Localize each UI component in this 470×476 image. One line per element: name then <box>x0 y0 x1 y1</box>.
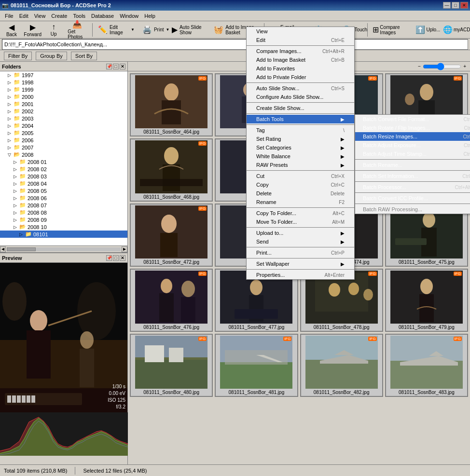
menu-view[interactable]: View <box>247 27 354 36</box>
raw-presets-arrow-icon: ▶ <box>341 163 345 168</box>
menu-properties[interactable]: Properties...Alt+Enter <box>247 271 354 279</box>
sep8 <box>247 227 354 228</box>
submenu-convert-format-label: Batch Convert File Format... <box>363 116 429 122</box>
menu-rename-shortcut: F2 <box>339 200 345 205</box>
submenu-processor-label: Batch Processor... <box>363 184 406 190</box>
batch-tools-submenu: Batch Convert File Format...Ctrl+F Batch… <box>355 114 470 214</box>
menu-configure-slide-label: Configure Auto Slide Show... <box>256 94 323 100</box>
menu-edit-shortcut: Ctrl+E <box>331 38 345 43</box>
menu-wallpaper[interactable]: Set Wallpaper▶ <box>247 259 354 268</box>
sep5 <box>247 124 354 125</box>
menu-tag-label: Tag <box>256 127 265 133</box>
menu-compare[interactable]: Compare Images...Ctrl+Alt+R <box>247 47 354 55</box>
sep3 <box>247 102 354 103</box>
menu-add-basket[interactable]: Add to Image BasketCtrl+B <box>247 55 354 64</box>
submenu-adjust-timestamp-label: Batch Adjust Time Stamp... <box>363 151 427 157</box>
menu-copy-to-shortcut: Alt+C <box>332 211 345 216</box>
menu-create-slide[interactable]: Create Slide Show... <box>247 104 354 112</box>
menu-edit[interactable]: EditCtrl+E <box>247 36 354 44</box>
submenu-icc-profile-label: Batch Convert ICC Profile... <box>363 195 428 201</box>
menu-compare-shortcut: Ctrl+Alt+R <box>322 49 345 54</box>
menu-batch-tools-label: Batch Tools <box>256 116 284 122</box>
submenu-set-info[interactable]: Batch Set Information...Ctrl+M <box>355 172 470 180</box>
submenu-adjust-exposure[interactable]: Batch Adjust Exposure...Ctrl+L <box>355 141 470 150</box>
submenu-processor[interactable]: Batch Processor...Ctrl+Alt+B <box>355 183 470 191</box>
menu-white-balance[interactable]: White Balance▶ <box>247 152 354 161</box>
menu-copy-to[interactable]: Copy To Folder...Alt+C <box>247 209 354 218</box>
submenu-set-info-shortcut: Ctrl+M <box>462 174 470 179</box>
submenu-raw-processing-label: Batch RAW Processing... <box>363 206 422 212</box>
context-menu: View EditCtrl+E Compare Images...Ctrl+Al… <box>246 27 355 280</box>
menu-cut[interactable]: CutCtrl+X <box>247 172 354 180</box>
menu-tag[interactable]: Tag\ <box>247 126 354 135</box>
batch-tools-arrow-icon: ▶ <box>341 117 345 122</box>
menu-send[interactable]: Send▶ <box>247 237 354 246</box>
menu-auto-slide-label: Auto Slide Show... <box>256 85 299 91</box>
menu-add-private[interactable]: Add to Private Folder <box>247 73 354 82</box>
submenu-rotate-flip-shortcut: Ctrl+J <box>464 125 470 131</box>
menu-delete-label: Delete <box>256 190 272 196</box>
menu-set-categories[interactable]: Set Categories▶ <box>247 143 354 152</box>
submenu-rename[interactable]: Batch Rename... <box>355 161 470 169</box>
sep1 <box>247 45 354 46</box>
context-menu-overlay: View EditCtrl+E Compare Images...Ctrl+Al… <box>0 0 470 476</box>
menu-raw-presets[interactable]: RAW Presets▶ <box>247 161 354 169</box>
set-categories-arrow-icon: ▶ <box>341 145 345 150</box>
wallpaper-arrow-icon: ▶ <box>341 261 345 267</box>
menu-add-basket-label: Add to Image Basket <box>256 57 305 63</box>
submenu-rotate-flip[interactable]: Batch Rotate / Flip Images...Ctrl+J <box>355 123 470 132</box>
menu-upload-label: Upload to... <box>256 230 283 236</box>
menu-add-basket-shortcut: Ctrl+B <box>331 57 345 63</box>
submenu-icc-profile[interactable]: Batch Convert ICC Profile... <box>355 194 470 203</box>
menu-print-shortcut: Ctrl+P <box>331 250 345 256</box>
sep2 <box>247 82 354 83</box>
white-balance-arrow-icon: ▶ <box>341 154 345 159</box>
sep11 <box>247 269 354 270</box>
menu-copy-to-label: Copy To Folder... <box>256 210 296 216</box>
menu-auto-slide[interactable]: Auto Slide Show...Ctrl+S <box>247 84 354 93</box>
menu-set-rating[interactable]: Set Rating▶ <box>247 135 354 143</box>
menu-cut-shortcut: Ctrl+X <box>331 174 345 179</box>
menu-move-to[interactable]: Move To Folder...Alt+M <box>247 218 354 226</box>
submenu-adjust-timestamp-shortcut: Ctrl+T <box>464 151 470 157</box>
send-arrow-icon: ▶ <box>341 239 345 245</box>
submenu-convert-format[interactable]: Batch Convert File Format...Ctrl+F <box>355 115 470 123</box>
menu-copy[interactable]: CopyCtrl+C <box>247 180 354 189</box>
submenu-adjust-timestamp[interactable]: Batch Adjust Time Stamp...Ctrl+T <box>355 150 470 158</box>
menu-print[interactable]: Print...Ctrl+P <box>247 248 354 257</box>
menu-view-label: View <box>256 28 268 34</box>
sep4 <box>247 113 354 114</box>
submenu-rename-label: Batch Rename... <box>363 162 402 168</box>
submenu-resize[interactable]: Batch Resize Images...Ctrl+R <box>355 132 470 141</box>
menu-edit-label: Edit <box>256 37 265 43</box>
menu-copy-label: Copy <box>256 182 269 188</box>
menu-batch-tools[interactable]: Batch Tools ▶ Batch Convert File Format.… <box>247 115 354 123</box>
menu-properties-label: Properties... <box>256 272 285 278</box>
menu-white-balance-label: White Balance <box>256 153 290 159</box>
menu-move-to-shortcut: Alt+M <box>332 219 345 225</box>
submenu-adjust-exposure-label: Batch Adjust Exposure... <box>363 142 421 148</box>
sep10 <box>247 258 354 258</box>
menu-copy-shortcut: Ctrl+C <box>331 182 345 188</box>
menu-move-to-label: Move To Folder... <box>256 219 297 225</box>
sub-sep3 <box>355 181 470 182</box>
menu-rename[interactable]: RenameF2 <box>247 198 354 206</box>
menu-send-label: Send <box>256 239 269 245</box>
menu-raw-presets-label: RAW Presets <box>256 162 288 168</box>
submenu-resize-label: Batch Resize Images... <box>363 134 417 139</box>
sep9 <box>247 247 354 247</box>
sub-sep5 <box>355 204 470 204</box>
menu-delete-shortcut: Delete <box>331 191 345 196</box>
submenu-raw-processing: Batch RAW Processing... <box>355 205 470 214</box>
menu-auto-slide-shortcut: Ctrl+S <box>331 86 345 91</box>
menu-print-label: Print... <box>256 250 272 256</box>
menu-delete[interactable]: DeleteDelete <box>247 189 354 198</box>
sub-sep1 <box>355 159 470 160</box>
menu-configure-slide[interactable]: Configure Auto Slide Show... <box>247 93 354 101</box>
upload-arrow-icon: ▶ <box>341 231 345 236</box>
submenu-adjust-exposure-shortcut: Ctrl+L <box>464 143 470 148</box>
menu-add-favorites[interactable]: Add to Favorites <box>247 64 354 73</box>
menu-add-private-label: Add to Private Folder <box>256 74 306 80</box>
menu-tag-shortcut: \ <box>343 128 345 133</box>
menu-upload[interactable]: Upload to...▶ <box>247 229 354 237</box>
